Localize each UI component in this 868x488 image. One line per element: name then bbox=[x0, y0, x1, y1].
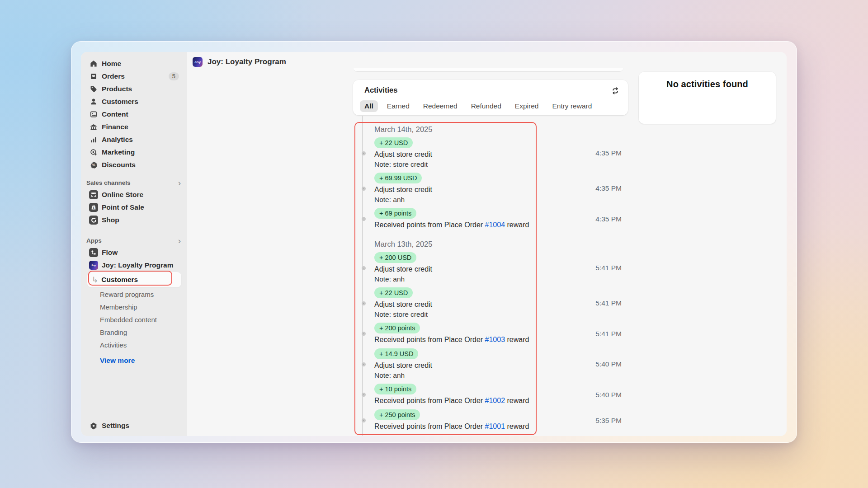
timeline-dot-icon bbox=[362, 362, 366, 366]
sidebar-item-flow[interactable]: Flow bbox=[81, 246, 187, 259]
sidebar-item-point-of-sale[interactable]: $ Point of Sale bbox=[81, 201, 187, 214]
app-window: Home Orders 5 Products bbox=[71, 41, 797, 443]
sidebar-item-embedded-content[interactable]: Embedded content bbox=[81, 313, 187, 326]
refresh-button[interactable] bbox=[610, 85, 621, 96]
sidebar-item-shop[interactable]: Shop bbox=[81, 214, 187, 226]
bank-icon bbox=[89, 122, 98, 131]
clipped-browser-element bbox=[81, 52, 83, 54]
sidebar-item-label: Settings bbox=[102, 422, 129, 430]
gear-icon bbox=[89, 421, 98, 430]
app-title: Joy: Loyalty Program bbox=[208, 57, 286, 66]
order-link[interactable]: #1002 bbox=[485, 397, 505, 404]
sidebar-item-label: Analytics bbox=[102, 136, 133, 144]
activity-title: Adjust store credit bbox=[374, 185, 432, 194]
sidebar-item-label: Finance bbox=[102, 123, 128, 131]
sidebar-item-label: Point of Sale bbox=[102, 203, 144, 211]
sidebar-item-finance[interactable]: Finance bbox=[81, 121, 187, 133]
timeline-dot-icon bbox=[362, 301, 366, 305]
amount-badge: + 22 USD bbox=[374, 287, 413, 298]
sidebar-item-orders[interactable]: Orders 5 bbox=[81, 70, 187, 83]
activity-item: + 250 points Received points from Place … bbox=[353, 408, 628, 433]
tab-refunded[interactable]: Refunded bbox=[467, 100, 506, 112]
sidebar-item-marketing[interactable]: Marketing bbox=[81, 146, 187, 159]
sidebar-item-home[interactable]: Home bbox=[81, 57, 187, 70]
sidebar-item-online-store[interactable]: Online Store bbox=[81, 188, 187, 201]
sidebar-item-activities[interactable]: Activities bbox=[81, 338, 187, 351]
sidebar-item-label: Reward programs bbox=[100, 291, 154, 298]
tab-entry-reward[interactable]: Entry reward bbox=[547, 100, 596, 112]
storefront-icon bbox=[89, 190, 98, 199]
sidebar-item-label: Shop bbox=[102, 216, 119, 224]
activity-time: 5:41 PM bbox=[595, 264, 628, 272]
activity-title: Adjust store credit bbox=[374, 264, 432, 274]
timeline-date: March 13th, 2025 bbox=[374, 239, 628, 249]
sidebar-item-label: Flow bbox=[102, 249, 118, 257]
activity-title-text: reward bbox=[505, 397, 529, 404]
sidebar-item-customers[interactable]: Customers bbox=[81, 95, 187, 108]
timeline-dot-icon bbox=[362, 151, 366, 155]
activity-title-text: Received points from Place Order bbox=[374, 336, 485, 343]
return-arrow-icon: ↳ bbox=[92, 276, 98, 284]
points-badge: + 69 points bbox=[374, 208, 416, 219]
activity-note: Note: store credit bbox=[374, 160, 432, 169]
sidebar-item-label: Branding bbox=[100, 328, 127, 336]
activity-title: Adjust store credit bbox=[374, 150, 432, 159]
points-badge: + 250 points bbox=[374, 409, 420, 420]
amount-badge: + 69.99 USD bbox=[374, 173, 422, 183]
sidebar-item-discounts[interactable]: % Discounts bbox=[81, 159, 187, 171]
activity-time: 4:35 PM bbox=[595, 184, 628, 192]
activity-title-text: reward bbox=[505, 221, 529, 229]
sidebar-item-products[interactable]: Products bbox=[81, 83, 187, 95]
sidebar-item-settings[interactable]: Settings bbox=[81, 419, 187, 432]
sidebar-item-branding[interactable]: Branding bbox=[81, 326, 187, 338]
activity-item: + 200 points Received points from Place … bbox=[353, 321, 628, 347]
tab-all[interactable]: All bbox=[360, 100, 378, 112]
activity-item: + 10 points Received points from Place O… bbox=[353, 382, 628, 408]
sidebar-item-label: Content bbox=[102, 110, 128, 118]
sidebar-item-joy-loyalty-program[interactable]: Joy Joy: Loyalty Program bbox=[81, 259, 187, 272]
tab-expired[interactable]: Expired bbox=[510, 100, 543, 112]
sidebar-item-reward-programs[interactable]: Reward programs bbox=[81, 288, 187, 300]
sidebar-item-joy-customers-active[interactable]: ↳ Customers bbox=[87, 272, 181, 287]
activity-time: 4:35 PM bbox=[595, 149, 628, 157]
sidebar-item-label: Customers bbox=[101, 276, 138, 284]
order-link[interactable]: #1003 bbox=[485, 336, 505, 343]
shop-app-icon bbox=[89, 216, 98, 225]
activity-time: 5:35 PM bbox=[595, 417, 628, 425]
activity-item: + 22 USD Adjust store credit Note: store… bbox=[353, 286, 628, 321]
apps-header[interactable]: Apps › bbox=[81, 235, 187, 246]
activity-note: Note: anh bbox=[374, 274, 432, 284]
joy-app-icon: Joy bbox=[89, 261, 98, 270]
sidebar-item-label: Home bbox=[102, 60, 121, 68]
view-more-link[interactable]: View more bbox=[81, 354, 187, 367]
chevron-right-icon: › bbox=[178, 236, 181, 245]
sidebar-item-analytics[interactable]: Analytics bbox=[81, 133, 187, 146]
orders-icon bbox=[89, 72, 98, 81]
amount-badge: + 22 USD bbox=[374, 137, 413, 148]
image-icon bbox=[89, 110, 98, 119]
sidebar-item-membership[interactable]: Membership bbox=[81, 300, 187, 313]
order-link[interactable]: #1004 bbox=[485, 221, 505, 229]
tab-redeemed[interactable]: Redeemed bbox=[419, 100, 462, 112]
timeline-dot-icon bbox=[362, 217, 366, 221]
sidebar: Home Orders 5 Products bbox=[81, 52, 187, 436]
order-link[interactable]: #1001 bbox=[485, 422, 505, 430]
activities-tabs: All Earned Redeemed Refunded Expired Ent… bbox=[360, 100, 596, 112]
activity-title-text: Received points from Place Order bbox=[374, 221, 485, 229]
activity-title: Received points from Place Order #1004 r… bbox=[374, 220, 529, 230]
shopify-admin: Home Orders 5 Products bbox=[81, 52, 787, 436]
activity-title: Received points from Place Order #1003 r… bbox=[374, 335, 529, 344]
sidebar-item-label: Embedded content bbox=[100, 316, 157, 324]
activity-item: + 200 USD Adjust store credit Note: anh … bbox=[353, 250, 628, 286]
svg-text:%: % bbox=[92, 163, 95, 167]
activities-timeline: March 14th, 2025 + 22 USD Adjust store c… bbox=[353, 116, 628, 433]
tab-earned[interactable]: Earned bbox=[382, 100, 414, 112]
joy-app-icon-text: Joy bbox=[91, 264, 96, 267]
sales-channels-header[interactable]: Sales channels › bbox=[81, 177, 187, 188]
activity-item: + 69.99 USD Adjust store credit Note: an… bbox=[353, 171, 628, 206]
timeline-dot-icon bbox=[362, 393, 366, 397]
sidebar-item-label: Orders bbox=[102, 72, 125, 80]
sidebar-item-content[interactable]: Content bbox=[81, 108, 187, 121]
discount-badge-icon: % bbox=[89, 160, 98, 169]
refresh-cycle-icon bbox=[611, 86, 620, 95]
